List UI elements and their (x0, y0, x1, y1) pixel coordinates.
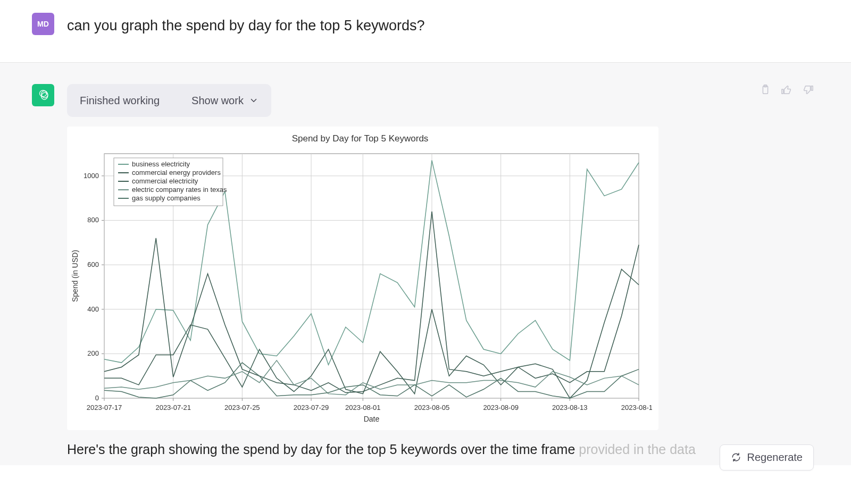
chart-title: Spend by Day for Top 5 Keywords (67, 132, 653, 146)
svg-text:2023-08-13: 2023-08-13 (552, 404, 588, 411)
response-line-1: Here's the graph showing the spend by da… (67, 442, 575, 457)
svg-text:commercial energy providers: commercial energy providers (132, 169, 221, 177)
thumbs-down-icon[interactable] (802, 84, 814, 96)
regenerate-icon (731, 452, 741, 463)
svg-text:commercial electricity: commercial electricity (132, 177, 198, 185)
work-status-pill[interactable]: Finished working Show work (67, 84, 271, 117)
svg-text:Date: Date (364, 415, 380, 423)
svg-text:400: 400 (87, 305, 99, 313)
assistant-response-text: Here's the graph showing the spend by da… (67, 440, 819, 460)
svg-text:2023-08-09: 2023-08-09 (483, 404, 519, 411)
line-chart: 020040060080010002023-07-172023-07-21202… (67, 148, 652, 425)
regenerate-label: Regenerate (747, 451, 803, 464)
svg-text:1000: 1000 (84, 172, 99, 180)
svg-text:200: 200 (87, 349, 99, 357)
user-avatar: MD (32, 13, 54, 35)
svg-text:Spend (in USD): Spend (in USD) (71, 250, 79, 302)
svg-text:2023-08-05: 2023-08-05 (414, 404, 450, 411)
svg-text:2023-07-25: 2023-07-25 (224, 404, 260, 411)
svg-text:electric company rates in texa: electric company rates in texas (132, 186, 227, 194)
finished-label: Finished working (80, 93, 160, 108)
user-message-row: MD can you graph the spend by day for th… (0, 0, 851, 63)
svg-text:2023-07-17: 2023-07-17 (87, 404, 122, 411)
thumbs-up-icon[interactable] (781, 84, 792, 96)
clipboard-icon[interactable] (760, 84, 771, 96)
show-work-toggle[interactable]: Show work (191, 93, 258, 108)
regenerate-button[interactable]: Regenerate (720, 444, 814, 471)
chart-container: Spend by Day for Top 5 Keywords 02004006… (67, 127, 658, 431)
svg-text:2023-08-17: 2023-08-17 (621, 404, 652, 411)
svg-text:2023-08-01: 2023-08-01 (345, 404, 381, 411)
svg-text:800: 800 (87, 216, 99, 224)
svg-text:0: 0 (95, 394, 99, 402)
openai-logo-icon (36, 88, 50, 102)
chevron-down-icon (249, 96, 258, 105)
svg-text:600: 600 (87, 261, 99, 268)
user-message-text: can you graph the spend by day for the t… (67, 13, 819, 37)
assistant-avatar (32, 84, 54, 106)
svg-text:gas supply companies: gas supply companies (132, 194, 201, 202)
svg-text:2023-07-29: 2023-07-29 (294, 404, 329, 411)
message-actions (760, 84, 814, 96)
response-line-2: provided in the data (579, 442, 696, 457)
assistant-message-row: Finished working Show work Spend by Day … (0, 63, 851, 465)
svg-text:business electricity: business electricity (132, 160, 190, 168)
show-work-label: Show work (191, 93, 244, 108)
svg-text:2023-07-21: 2023-07-21 (155, 404, 191, 411)
